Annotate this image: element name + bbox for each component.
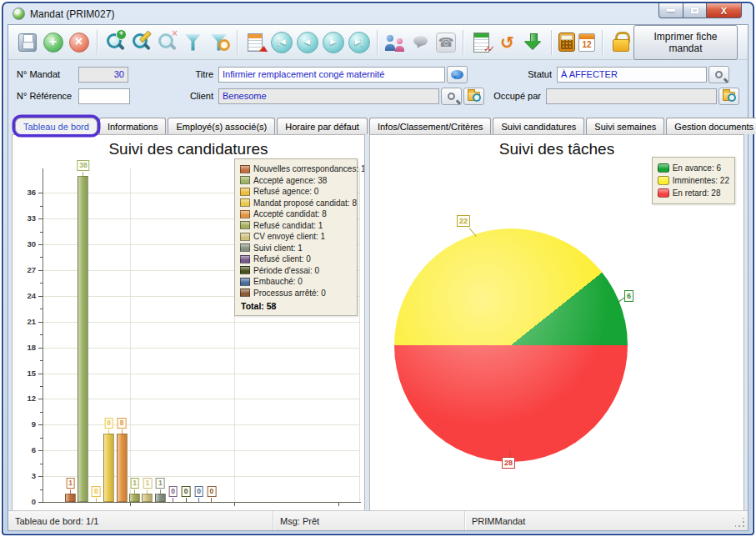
contacts-icon[interactable] <box>384 31 407 53</box>
minimize-button[interactable] <box>658 3 683 18</box>
save-icon[interactable] <box>18 33 37 52</box>
legend-item: Accepté candidat: 8 <box>240 208 352 220</box>
bar-label-stick <box>173 498 173 502</box>
client-search-button[interactable] <box>441 88 462 105</box>
title-bar: Mandat (PRIM027) X <box>8 3 748 24</box>
resize-grip[interactable] <box>735 518 746 529</box>
reference-label: N° Référence <box>17 91 78 101</box>
add-icon[interactable] <box>42 31 64 53</box>
tasks-check-icon[interactable] <box>470 31 493 53</box>
legend-label: Mandat proposé candidat: 8 <box>253 198 357 209</box>
y-tick-label: 12 <box>14 394 36 403</box>
legend-label: Imminentes: 22 <box>673 174 729 187</box>
nav-next-icon[interactable] <box>322 31 344 53</box>
minimize-icon <box>667 9 675 12</box>
tab-employ-s-associ-s[interactable]: Employé(s) associé(s) <box>168 118 275 134</box>
bar-value-label: 8 <box>118 418 127 429</box>
nav-first-icon[interactable] <box>270 31 293 53</box>
titre-comment-button[interactable] <box>447 66 468 83</box>
legend-item: Refusé client: 0 <box>240 253 352 265</box>
legend-item: Processus arrêté: 0 <box>240 288 352 299</box>
search-edit-icon[interactable] <box>130 31 153 53</box>
y-tick <box>38 296 43 297</box>
tab-tableau-de-bord[interactable]: Tableau de bord <box>15 118 98 134</box>
maximize-button[interactable] <box>683 3 707 18</box>
bar-value-label: 0 <box>168 486 178 497</box>
tab-informations[interactable]: Informations <box>99 118 167 134</box>
y-tick-label: 33 <box>14 214 36 223</box>
titre-field[interactable]: Infirmier remplacement congé maternité <box>218 67 445 83</box>
legend-label: Refusé agence: 0 <box>253 186 318 198</box>
mandat-field[interactable]: 30 <box>78 67 128 83</box>
y-tick-label: 21 <box>14 318 36 326</box>
y-tick-label: 27 <box>14 266 36 274</box>
legend-item: Accepté agence: 38 <box>240 175 352 187</box>
tab-bar: Tableau de bordInformationsEmployé(s) as… <box>8 113 748 134</box>
y-tick <box>38 322 43 323</box>
bar-label-stick <box>186 498 187 502</box>
occupe-folder-button[interactable] <box>718 88 739 105</box>
y-tick <box>38 450 43 451</box>
client-field[interactable]: Benesome <box>218 88 439 104</box>
h-gridline <box>43 476 360 477</box>
lock-icon[interactable] <box>609 31 632 53</box>
toolbar-separator <box>97 30 98 55</box>
x-tick <box>130 503 131 506</box>
imprimer-fiche-mandat-button[interactable]: Imprimer fiche mandat <box>633 25 738 60</box>
legend-swatch <box>240 233 250 241</box>
status-message: Msg: Prêt <box>273 511 465 530</box>
bar-label-stick <box>96 498 97 502</box>
legend-label: En avance: 6 <box>673 162 721 174</box>
legend-swatch <box>658 188 669 198</box>
pie-value-label: 22 <box>457 215 470 227</box>
bar-4 <box>117 434 128 502</box>
phone-icon[interactable] <box>436 33 456 53</box>
search-add-icon[interactable] <box>104 31 127 53</box>
delete-icon[interactable] <box>68 31 90 53</box>
close-button[interactable]: X <box>707 3 742 18</box>
statut-field[interactable]: À AFFECTER <box>557 67 707 83</box>
calculator-icon[interactable] <box>558 33 575 52</box>
candidatures-chart-panel: Suivi des candidatures036912151821242730… <box>12 134 365 523</box>
bar-0 <box>65 494 76 502</box>
list-select-icon[interactable] <box>244 31 267 53</box>
legend-item: En avance: 6 <box>658 162 729 174</box>
search-remove-icon[interactable] <box>156 31 178 53</box>
bar-6 <box>142 494 153 502</box>
y-minor-tick <box>40 386 43 387</box>
reference-field[interactable] <box>78 88 130 104</box>
bar-label-stick <box>122 429 123 434</box>
legend-item: Suivi client: 1 <box>240 243 352 254</box>
y-minor-tick <box>40 257 43 258</box>
y-minor-tick <box>40 283 43 284</box>
tab-horaire-par-d-faut[interactable]: Horaire par défaut <box>277 118 368 134</box>
statut-search-button[interactable] <box>708 66 729 83</box>
tab-suivi-semaines[interactable]: Suivi semaines <box>586 118 664 134</box>
bar-label-stick <box>198 498 199 502</box>
tab-infos-classement-crit-res[interactable]: Infos/Classement/Critères <box>369 118 492 134</box>
nav-last-icon[interactable] <box>348 31 370 53</box>
calendar-icon[interactable]: 12 <box>578 33 595 52</box>
nav-prev-icon[interactable] <box>296 31 318 53</box>
h-gridline <box>43 424 360 425</box>
magnifier-icon <box>448 93 455 100</box>
tab-gestion-documents[interactable]: Gestion documents <box>666 118 756 134</box>
filter-icon[interactable] <box>182 31 204 53</box>
y-tick-label: 9 <box>14 420 36 429</box>
legend-swatch <box>658 176 669 185</box>
y-tick-label: 24 <box>14 292 36 300</box>
legend-swatch <box>240 221 250 229</box>
h-gridline <box>43 450 360 451</box>
tab-suivi-candidatures[interactable]: Suivi candidatures <box>493 118 584 134</box>
download-icon[interactable] <box>522 31 544 53</box>
legend-swatch <box>240 266 250 274</box>
client-folder-button[interactable] <box>463 88 484 105</box>
legend-item: Refusé agence: 0 <box>240 186 352 198</box>
undo-icon[interactable] <box>496 31 518 53</box>
y-minor-tick <box>40 489 43 490</box>
chat-icon[interactable] <box>410 31 433 53</box>
filter-tag-icon[interactable] <box>208 31 230 53</box>
legend-item: En retard: 28 <box>658 187 729 199</box>
occupe-field[interactable] <box>546 88 717 104</box>
toolbar-separator <box>377 30 378 55</box>
